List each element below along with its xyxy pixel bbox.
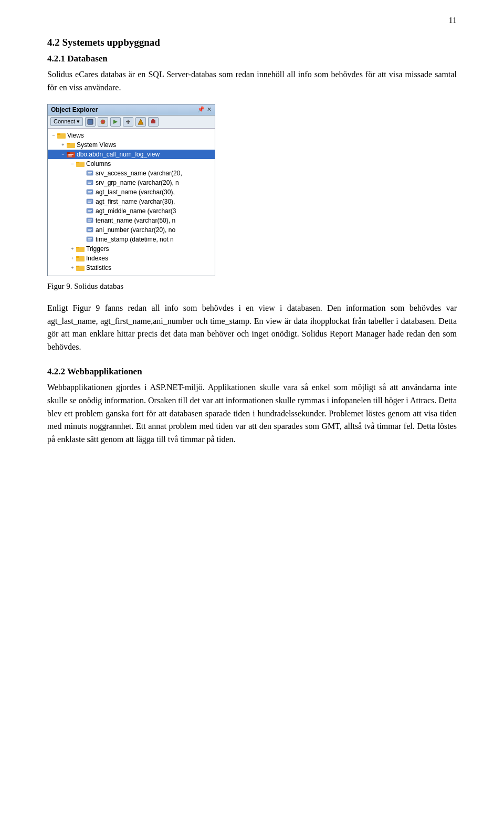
object-explorer-window: Object Explorer 📌 ✕ Connect ▾ [47, 104, 215, 276]
col-icon-6 [86, 217, 94, 224]
page-number: 11 [449, 16, 457, 25]
svg-rect-8 [57, 133, 60, 135]
expander-view-selected: − [59, 151, 67, 158]
title-bar: Object Explorer 📌 ✕ [48, 104, 215, 116]
svg-rect-18 [88, 172, 92, 173]
col-icon-3 [86, 188, 94, 196]
toolbar: Connect ▾ [48, 116, 215, 129]
tree-item-col-2: srv_grp_name (varchar(20), n [48, 178, 215, 187]
folder-icon-columns [76, 160, 85, 167]
folder-icon-system-views [67, 141, 75, 149]
folder-icon-triggers [76, 245, 85, 253]
figure-container: Object Explorer 📌 ✕ Connect ▾ [47, 104, 457, 299]
item-label-col-8: time_stamp (datetime, not n [96, 236, 174, 243]
item-label-views: Views [67, 132, 84, 139]
svg-rect-40 [88, 240, 91, 241]
connect-button[interactable]: Connect ▾ [50, 117, 83, 126]
col-icon-2 [86, 179, 94, 186]
col-icon-7 [86, 226, 94, 234]
intro-paragraph: Solidus eCares databas är en SQL Server-… [47, 68, 457, 95]
figure-caption: Figur 9. Solidus databas [47, 280, 123, 292]
title-bar-text: Object Explorer [51, 106, 98, 113]
tree-item-col-1: srv_access_name (varchar(20, [48, 169, 215, 178]
tree-view: − Views + System Views − [48, 129, 215, 276]
page: 11 4.2 Systemets uppbyggnad 4.2.1 Databa… [0, 0, 504, 839]
svg-rect-13 [68, 154, 74, 155]
item-label-col-5: agt_middle_name (varchar(3 [96, 207, 176, 215]
svg-rect-22 [88, 183, 91, 184]
expander-triggers: + [69, 245, 76, 253]
tree-item-col-4: agt_first_name (varchar(30), [48, 197, 215, 206]
svg-rect-34 [88, 221, 91, 222]
expander-system-views: + [59, 141, 67, 149]
col-icon-8 [86, 236, 94, 243]
tree-item-statistics[interactable]: + Statistics [48, 263, 215, 272]
tree-item-views[interactable]: − Views [48, 131, 215, 140]
svg-rect-6 [152, 119, 154, 121]
svg-rect-46 [76, 266, 79, 267]
item-label-col-6: tenant_name (varchar(50), n [96, 217, 175, 224]
svg-point-1 [101, 120, 105, 124]
svg-rect-42 [76, 247, 79, 248]
svg-rect-12 [67, 152, 70, 154]
tree-item-col-5: agt_middle_name (varchar(3 [48, 206, 215, 216]
svg-rect-21 [88, 182, 92, 183]
col-icon-4 [86, 198, 94, 205]
item-label-system-views: System Views [77, 141, 116, 149]
col-icon-1 [86, 170, 94, 177]
section-heading-4-2-2: 4.2.2 Webbapplikationen [47, 366, 457, 377]
toolbar-btn-3[interactable] [110, 117, 121, 127]
item-label-col-3: agt_last_name (varchar(30), [96, 188, 175, 196]
svg-rect-36 [88, 229, 92, 230]
tree-item-indexes[interactable]: + Indexes [48, 254, 215, 263]
view-icon-selected [67, 151, 75, 158]
folder-icon-views [57, 132, 66, 139]
svg-rect-3 [128, 120, 129, 124]
body-paragraph-1: Enligt Figur 9 fanns redan all info som … [47, 302, 457, 354]
svg-rect-10 [67, 143, 70, 144]
tree-item-col-8: time_stamp (datetime, not n [48, 235, 215, 244]
svg-rect-39 [88, 238, 92, 239]
expander-indexes: + [69, 255, 76, 262]
title-bar-icons: 📌 ✕ [197, 106, 212, 113]
svg-rect-31 [88, 212, 91, 213]
svg-rect-37 [88, 230, 91, 232]
item-label-col-1: srv_access_name (varchar(20, [96, 170, 182, 177]
item-label-view-selected: dbo.abdn_call_num_log_view [77, 151, 160, 158]
item-label-col-4: agt_first_name (varchar(30), [96, 198, 175, 205]
toolbar-btn-1[interactable] [85, 117, 96, 127]
svg-rect-30 [88, 210, 92, 211]
tree-item-system-views[interactable]: + System Views [48, 140, 215, 150]
toolbar-btn-5[interactable] [135, 117, 146, 127]
folder-icon-indexes [76, 255, 85, 262]
folder-icon-statistics [76, 264, 85, 271]
tree-item-triggers[interactable]: + Triggers [48, 244, 215, 254]
item-label-col-7: ani_number (varchar(20), no [96, 226, 175, 234]
svg-marker-4 [138, 119, 143, 124]
svg-rect-14 [68, 155, 72, 156]
body-paragraph-2: Webbapplikationen gjordes i ASP.NET-milj… [47, 381, 457, 446]
item-label-columns: Columns [86, 160, 111, 167]
svg-rect-33 [88, 219, 92, 221]
expander-columns: − [69, 160, 76, 167]
tree-item-col-3: agt_last_name (varchar(30), [48, 187, 215, 197]
section-heading-4-2: 4.2 Systemets uppbyggnad [47, 37, 457, 48]
tree-item-col-6: tenant_name (varchar(50), n [48, 216, 215, 225]
toolbar-btn-6[interactable] [148, 117, 159, 127]
svg-rect-24 [88, 191, 92, 192]
expander-statistics: + [69, 264, 76, 271]
toolbar-btn-4[interactable] [123, 117, 133, 127]
expander-views: − [50, 132, 57, 139]
toolbar-btn-2[interactable] [98, 117, 108, 127]
tree-item-view-selected[interactable]: − dbo.abdn_call_num_log_view [48, 150, 215, 159]
svg-rect-28 [88, 202, 91, 203]
close-icon[interactable]: ✕ [207, 106, 212, 113]
item-label-col-2: srv_grp_name (varchar(20), n [96, 179, 179, 186]
item-label-triggers: Triggers [86, 245, 109, 253]
connect-label: Connect ▾ [54, 118, 80, 125]
tree-item-columns[interactable]: − Columns [48, 159, 215, 169]
tree-item-col-7: ani_number (varchar(20), no [48, 225, 215, 235]
pin-icon[interactable]: 📌 [197, 106, 205, 113]
svg-rect-0 [88, 119, 93, 124]
section-heading-4-2-1: 4.2.1 Databasen [47, 54, 457, 64]
